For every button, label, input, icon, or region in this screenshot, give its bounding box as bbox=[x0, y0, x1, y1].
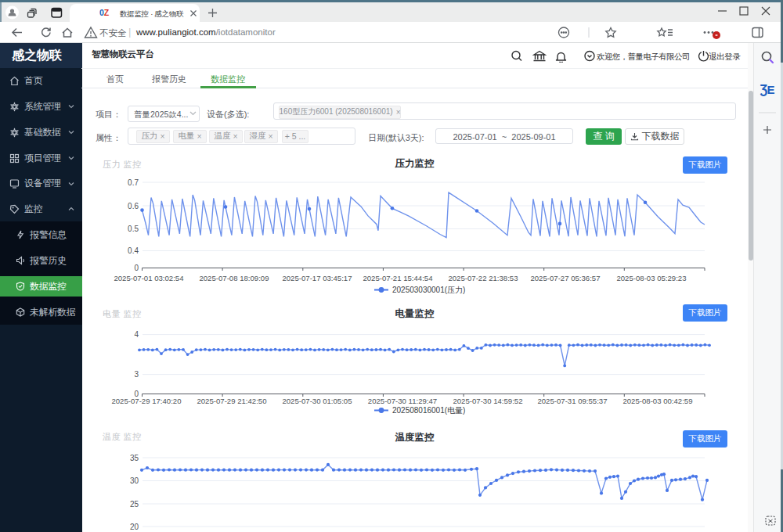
svg-text:2025-07-08 18:09:09: 2025-07-08 18:09:09 bbox=[199, 274, 269, 282]
svg-text:2025-07-29 17:40:20: 2025-07-29 17:40:20 bbox=[111, 397, 181, 405]
svg-text:202503030001(压力): 202503030001(压力) bbox=[392, 286, 465, 294]
svg-text:2025-07-30 11:29:47: 2025-07-30 11:29:47 bbox=[368, 397, 437, 405]
svg-text:2025-07-01 03:02:54: 2025-07-01 03:02:54 bbox=[114, 274, 184, 282]
svg-text:E: E bbox=[767, 83, 775, 96]
svg-text:2025-08-03 05:29:23: 2025-08-03 05:29:23 bbox=[616, 274, 686, 282]
svg-text:2025-07-21 15:44:54: 2025-07-21 15:44:54 bbox=[363, 274, 433, 282]
svg-text:2025-08-03 00:42:59: 2025-08-03 00:42:59 bbox=[622, 397, 692, 405]
svg-text:2025-07-17 03:45:17: 2025-07-17 03:45:17 bbox=[282, 274, 352, 282]
svg-text:0.7: 0.7 bbox=[128, 178, 139, 187]
svg-text:0.4: 0.4 bbox=[128, 246, 139, 255]
svg-text:4: 4 bbox=[134, 330, 139, 339]
svg-text:2025-07-22 21:38:53: 2025-07-22 21:38:53 bbox=[448, 274, 518, 282]
svg-text:0: 0 bbox=[134, 264, 139, 272]
svg-text:2025-07-30 14:59:52: 2025-07-30 14:59:52 bbox=[453, 397, 522, 405]
svg-text:20: 20 bbox=[130, 523, 139, 531]
svg-text:30: 30 bbox=[130, 476, 139, 485]
svg-text:0.5: 0.5 bbox=[128, 225, 139, 233]
svg-text:35: 35 bbox=[130, 454, 139, 462]
svg-text:2025-07-30 01:05:05: 2025-07-30 01:05:05 bbox=[282, 397, 352, 405]
svg-text:2025-07-27 05:36:57: 2025-07-27 05:36:57 bbox=[530, 274, 600, 282]
svg-text:0.6: 0.6 bbox=[128, 202, 139, 210]
svg-text:25: 25 bbox=[130, 500, 139, 509]
svg-text:2025-07-31 09:55:37: 2025-07-31 09:55:37 bbox=[537, 397, 607, 405]
svg-text:2025-07-29 21:42:50: 2025-07-29 21:42:50 bbox=[197, 397, 266, 405]
svg-text:202508016001(电量): 202508016001(电量) bbox=[392, 406, 465, 415]
svg-text:3: 3 bbox=[134, 370, 139, 379]
